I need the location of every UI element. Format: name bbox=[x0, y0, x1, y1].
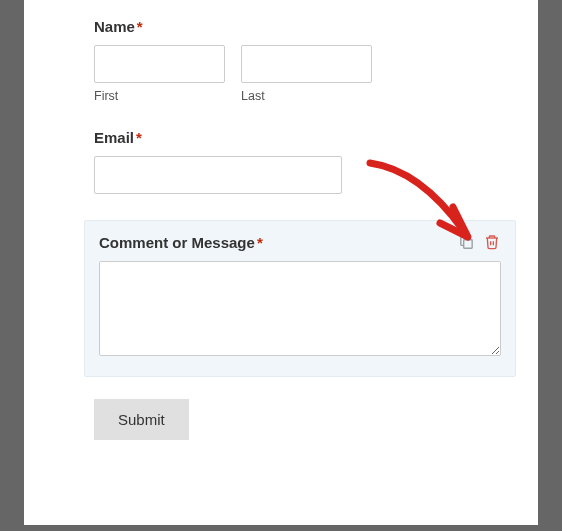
name-label: Name* bbox=[94, 18, 508, 35]
field-actions bbox=[457, 233, 501, 251]
email-label-text: Email bbox=[94, 129, 134, 146]
required-mark: * bbox=[137, 18, 143, 35]
comment-label: Comment or Message* bbox=[99, 234, 263, 251]
comment-field-group[interactable]: Comment or Message* bbox=[84, 220, 516, 377]
first-name-sublabel: First bbox=[94, 89, 225, 103]
duplicate-icon[interactable] bbox=[457, 233, 475, 251]
last-name-input[interactable] bbox=[241, 45, 372, 83]
email-label: Email* bbox=[94, 129, 508, 146]
form-panel: Name* First Last Email* Comme bbox=[24, 0, 538, 525]
first-name-input[interactable] bbox=[94, 45, 225, 83]
email-input[interactable] bbox=[94, 156, 342, 194]
email-field-group: Email* bbox=[94, 129, 508, 194]
last-name-sublabel: Last bbox=[241, 89, 372, 103]
svg-rect-0 bbox=[463, 239, 472, 248]
name-label-text: Name bbox=[94, 18, 135, 35]
comment-label-text: Comment or Message bbox=[99, 234, 255, 251]
comment-textarea[interactable] bbox=[99, 261, 501, 356]
required-mark: * bbox=[257, 234, 263, 251]
submit-button[interactable]: Submit bbox=[94, 399, 189, 440]
required-mark: * bbox=[136, 129, 142, 146]
trash-icon[interactable] bbox=[483, 233, 501, 251]
name-field-group: Name* First Last bbox=[94, 18, 508, 103]
